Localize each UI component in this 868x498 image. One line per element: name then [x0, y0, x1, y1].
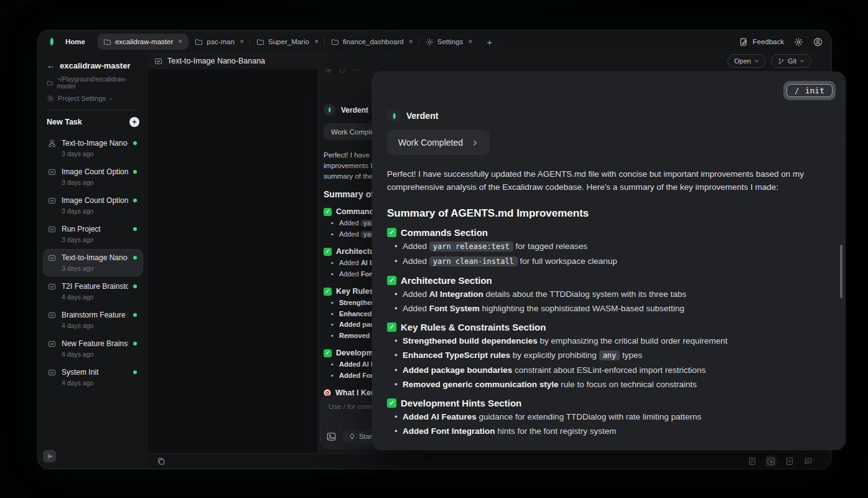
open-button[interactable]: Open — [727, 54, 766, 68]
task-item[interactable]: Text-to-Image Nano-Bana... 3 days ago — [43, 249, 143, 276]
new-tab-button[interactable]: + — [482, 37, 497, 47]
new-task-add-button[interactable]: + — [129, 117, 139, 127]
text-span: for tagged releases — [513, 242, 587, 251]
attach-image-icon[interactable] — [326, 431, 337, 442]
back-arrow-icon[interactable]: ← — [47, 61, 55, 70]
tab-strip: excalidraw-master × pac-man × Super_Mari… — [98, 31, 478, 53]
task-header-title: Text-to-Image Nano-Banana — [167, 57, 265, 65]
text-span: Added — [403, 242, 429, 251]
project-back-row[interactable]: ← excalidraw-master — [38, 53, 148, 73]
text-span: Added AI Features — [403, 412, 477, 421]
settings-gear-icon[interactable] — [794, 37, 803, 47]
check-emoji: ✓ — [324, 288, 332, 296]
text-span: Added — [339, 270, 361, 278]
comment-icon — [804, 457, 813, 466]
section-bullets: Added AI Features guidance for extending… — [387, 411, 831, 437]
inline-code: any — [599, 350, 620, 360]
text-span: Font System — [429, 304, 480, 313]
tab-label: Settings — [437, 38, 464, 45]
tab[interactable]: finance_dashboard × — [325, 34, 419, 50]
check-emoji: ✓ — [324, 349, 332, 357]
work-completed-button[interactable]: Work Completed — [387, 130, 490, 155]
bullet-item: Added yarn clean-install for full worksp… — [394, 255, 831, 268]
bullet-item: Removed generic communication style rule… — [394, 378, 831, 390]
copy-pages-icon[interactable] — [157, 457, 166, 466]
gear-icon — [47, 95, 54, 102]
task-item[interactable]: Image Count Option 3 days ago — [43, 192, 143, 219]
check-emoji: ✓ — [387, 322, 396, 332]
bottom-status-bar — [148, 453, 831, 469]
task-list: Text-to-Image Nano-Bana... 3 days ago Im… — [38, 131, 148, 396]
screenshot-icon — [767, 457, 775, 466]
task-type-icon — [48, 168, 56, 176]
feedback-icon — [739, 37, 749, 47]
task-title: T2I Feature Brainstorm — [62, 282, 128, 291]
task-title: Text-to-Image Nano-Bana... — [62, 139, 128, 148]
chevron-down-icon — [800, 59, 805, 63]
feedback-label: Feedback — [752, 38, 784, 45]
task-item[interactable]: Text-to-Image Nano-Bana... 3 days ago — [43, 134, 143, 162]
tab[interactable]: Super_Mario × — [251, 34, 324, 50]
task-header-bar: Text-to-Image Nano-Banana Open Git — [148, 53, 831, 70]
task-type-icon — [48, 254, 56, 262]
task-status-dot — [133, 313, 137, 317]
task-status-dot — [133, 342, 137, 345]
task-status-dot — [133, 170, 137, 174]
bottom-bar-actions — [747, 456, 814, 467]
new-task-label: New Task — [47, 118, 82, 126]
tab-close-icon[interactable]: × — [240, 37, 244, 46]
tab[interactable]: excalidraw-master × — [98, 34, 188, 50]
task-type-icon — [48, 283, 56, 291]
verdent-logo-icon — [47, 37, 57, 47]
task-item[interactable]: Run Project 3 days ago — [43, 220, 143, 248]
git-button[interactable]: Git — [771, 54, 811, 68]
section-heading: ✓ Commands Section — [387, 227, 831, 238]
git-button-label: Git — [788, 57, 796, 65]
home-button[interactable]: Home — [65, 38, 85, 45]
task-item[interactable]: Image Count Option 3 days ago — [43, 163, 143, 190]
text-span: Strengthened build dependencies — [403, 336, 538, 345]
bullet-item: Added Font System highlighting the sophi… — [394, 303, 831, 314]
collapse-sidebar-button[interactable] — [43, 450, 56, 463]
task-item[interactable]: System Init 4 days ago — [43, 364, 143, 391]
bullet-item: Added yarn release:test for tagged relea… — [394, 240, 831, 253]
tab[interactable]: pac-man × — [189, 34, 250, 50]
lightbulb-icon — [348, 433, 356, 440]
account-avatar-icon[interactable] — [813, 37, 823, 47]
task-status-dot — [133, 199, 137, 202]
task-item[interactable]: T2I Feature Brainstorm 4 days ago — [43, 278, 143, 305]
tab-close-icon[interactable]: × — [409, 37, 413, 46]
task-type-icon — [48, 225, 56, 233]
bullet-item: Added Font Integration hints for the fon… — [394, 425, 831, 437]
task-title: Text-to-Image Nano-Bana... — [62, 253, 128, 262]
screenshot-button[interactable] — [765, 456, 777, 467]
task-status-dot — [133, 284, 137, 288]
tab[interactable]: Settings × — [420, 34, 478, 50]
tab-label: excalidraw-master — [115, 38, 173, 45]
task-item[interactable]: Brainstorm Feature Ideas 4 days ago — [43, 306, 143, 334]
section-title: Key Rules & Constraints Section — [401, 322, 546, 332]
git-branch-icon — [778, 58, 785, 65]
summary-sections: ✓ Commands Section Added yarn release:te… — [387, 227, 831, 437]
check-emoji: ✓ — [387, 228, 396, 237]
file-text-button[interactable] — [747, 456, 758, 467]
tab-close-icon[interactable]: × — [178, 37, 182, 46]
folder-icon — [47, 80, 53, 87]
file-add-button[interactable] — [784, 456, 795, 467]
task-type-icon — [48, 197, 56, 205]
task-type-icon — [48, 369, 56, 377]
project-settings-row[interactable]: Project Settings › — [38, 90, 148, 102]
task-type-icon — [48, 311, 56, 319]
section-title: Development Hints Section — [401, 398, 521, 408]
task-item[interactable]: New Feature Brainstorm 4 days ago — [43, 335, 143, 362]
file-text-icon — [748, 457, 757, 466]
comment-button[interactable] — [803, 456, 814, 467]
text-span: Enhanced TypeScript rules — [403, 350, 510, 360]
tab-close-icon[interactable]: × — [468, 37, 472, 46]
editor-canvas[interactable] — [148, 69, 318, 454]
scrollbar-thumb[interactable] — [840, 245, 842, 298]
agent-name: Verdent — [406, 111, 438, 121]
feedback-button[interactable]: Feedback — [739, 37, 784, 47]
task-timestamp: 3 days ago — [62, 150, 128, 157]
tab-close-icon[interactable]: × — [314, 37, 319, 46]
